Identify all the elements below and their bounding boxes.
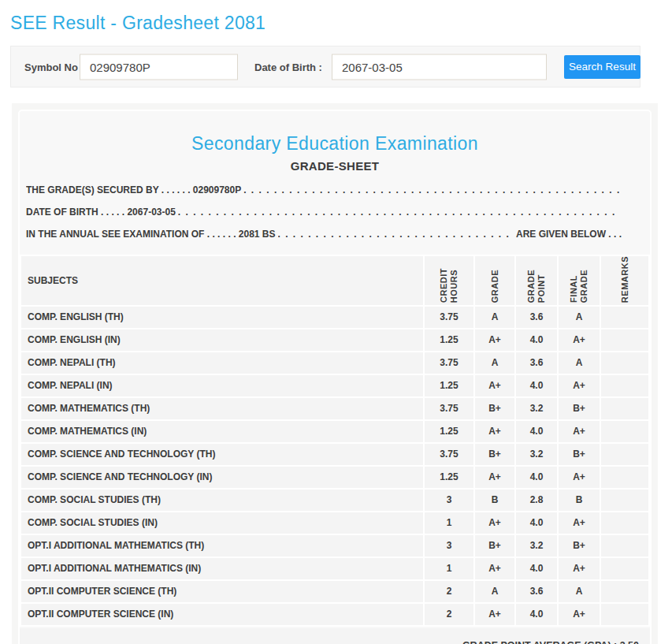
cell-final-grade: A (559, 352, 600, 374)
gradesheet-panel: Secondary Education Examination GRADE-SH… (12, 103, 658, 644)
symbol-no-input[interactable] (80, 54, 238, 80)
cell-final-grade: A+ (559, 375, 600, 396)
cell-credit-hours: 1 (425, 558, 473, 579)
cell-credit-hours: 3.75 (425, 444, 473, 465)
cell-remarks (601, 329, 648, 351)
cell-grade: A+ (475, 558, 514, 579)
col-header-word: CREDIT (439, 268, 449, 303)
info-line-text: IN THE ANNUAL SEE EXAMINATION OF . . . .… (26, 229, 276, 240)
cell-credit-hours: 1 (425, 512, 473, 534)
subject-cell: OPT.II COMPUTER SCIENCE (IN) (21, 604, 423, 625)
cell-grade-point: 4.0 (516, 375, 557, 396)
table-row: OPT.I ADDITIONAL MATHEMATICS (IN)1A+4.0A… (21, 558, 648, 579)
cell-remarks (601, 307, 648, 328)
cell-credit-hours: 3.75 (425, 398, 473, 419)
cell-grade-point: 3.2 (516, 398, 557, 419)
col-header-word: FINAL (569, 275, 579, 303)
cell-remarks (601, 444, 648, 465)
cell-remarks (601, 558, 648, 579)
table-row: COMP. ENGLISH (IN)1.25A+4.0A+ (21, 329, 648, 351)
gpa-text: GRADE POINT AVERAGE (GPA) : 3.50 (462, 640, 639, 644)
table-row: COMP. MATHEMATICS (IN)1.25A+4.0A+ (21, 421, 648, 442)
cell-grade: A+ (475, 467, 514, 488)
cell-grade: A+ (475, 512, 514, 534)
cell-grade-point: 4.0 (516, 421, 557, 442)
subject-cell: OPT.I ADDITIONAL MATHEMATICS (TH) (21, 535, 423, 557)
symbol-no-label: Symbol No : (24, 61, 84, 73)
cell-credit-hours: 3.75 (425, 307, 473, 328)
subject-cell: COMP. SOCIAL STUDIES (TH) (21, 490, 423, 511)
cell-remarks (601, 421, 648, 442)
cell-remarks (601, 352, 648, 374)
table-row: COMP. NEPALI (IN)1.25A+4.0A+ (21, 375, 648, 396)
search-bar: Symbol No : Date of Birth : Search Resul… (10, 46, 640, 87)
subject-cell: COMP. SCIENCE AND TECHNOLOGY (IN) (21, 467, 423, 488)
cell-remarks (601, 535, 648, 557)
subject-cell: OPT.II COMPUTER SCIENCE (TH) (21, 581, 423, 602)
dots-filler: . . . . . . . . . . . . . . . . . . . . … (278, 229, 514, 240)
col-header-word: REMARKS (620, 256, 630, 303)
table-row: COMP. SCIENCE AND TECHNOLOGY (TH)3.75B+3… (21, 444, 648, 465)
info-line-tail: ARE GIVEN BELOW . . . (516, 229, 622, 240)
cell-credit-hours: 2 (425, 581, 473, 602)
cell-credit-hours: 1.25 (425, 329, 473, 351)
page-title: SEE Result - Gradesheet 2081 (10, 13, 265, 34)
cell-final-grade: A+ (559, 467, 600, 488)
cell-final-grade: A+ (559, 604, 600, 625)
cell-grade: B+ (475, 444, 514, 465)
cell-grade: A+ (475, 421, 514, 442)
cell-grade-point: 3.6 (516, 352, 557, 374)
subject-cell: COMP. SCIENCE AND TECHNOLOGY (TH) (21, 444, 423, 465)
cell-remarks (601, 512, 648, 534)
cell-final-grade: A+ (559, 558, 600, 579)
col-header-word: GRADE (579, 270, 589, 303)
date-of-birth-label: Date of Birth : (254, 61, 322, 73)
col-header-word: HOURS (449, 270, 459, 303)
cell-remarks (601, 581, 648, 602)
col-header-grade: GRADE (475, 256, 514, 305)
col-header-word: GRADE (490, 270, 500, 303)
cell-grade-point: 4.0 (516, 329, 557, 351)
info-line-text: THE GRADE(S) SECURED BY . . . . . . 0290… (26, 184, 241, 195)
cell-remarks (601, 467, 648, 488)
table-row: COMP. SOCIAL STUDIES (IN)1A+4.0A+ (21, 512, 648, 534)
table-row: COMP. SOCIAL STUDIES (TH)3B2.8B (21, 490, 648, 511)
table-row: OPT.I ADDITIONAL MATHEMATICS (TH)3B+3.2B… (21, 535, 648, 557)
info-line-2: DATE OF BIRTH . . . . . 2067-03-05. . . … (26, 201, 622, 223)
info-line-1: THE GRADE(S) SECURED BY . . . . . . 0290… (26, 179, 622, 201)
cell-grade: B (475, 490, 514, 511)
subject-cell: COMP. ENGLISH (IN) (21, 329, 423, 351)
cell-grade-point: 4.0 (516, 467, 557, 488)
gradesheet-table-head: SUBJECTSCREDITHOURSGRADEGRADEPOINTFINALG… (21, 256, 648, 305)
cell-remarks (601, 375, 648, 396)
cell-grade-point: 4.0 (516, 512, 557, 534)
cell-credit-hours: 1.25 (425, 375, 473, 396)
cell-final-grade: B+ (559, 444, 600, 465)
cell-remarks (601, 604, 648, 625)
cell-grade-point: 3.6 (516, 307, 557, 328)
info-lines: THE GRADE(S) SECURED BY . . . . . . 0290… (26, 179, 622, 245)
cell-final-grade: A (559, 581, 600, 602)
cell-final-grade: B+ (559, 535, 600, 557)
gpa-footer: GRADE POINT AVERAGE (GPA) : 3.50 (20, 628, 650, 644)
cell-remarks (601, 490, 648, 511)
cell-final-grade: A+ (559, 421, 600, 442)
col-header-word: POINT (536, 274, 547, 303)
cell-grade: B+ (475, 398, 514, 419)
cell-grade-point: 3.2 (516, 535, 557, 557)
table-row: COMP. ENGLISH (TH)3.75A3.6A (21, 307, 648, 328)
info-line-3: IN THE ANNUAL SEE EXAMINATION OF . . . .… (26, 223, 622, 245)
cell-grade-point: 3.2 (516, 444, 557, 465)
cell-credit-hours: 3 (425, 490, 473, 511)
col-header-word: GRADE (526, 270, 536, 303)
table-row: OPT.II COMPUTER SCIENCE (TH)2A3.6A (21, 581, 648, 602)
cell-grade-point: 3.6 (516, 581, 557, 602)
search-result-button[interactable]: Search Result (564, 55, 640, 79)
subject-cell: OPT.I ADDITIONAL MATHEMATICS (IN) (21, 558, 423, 579)
dots-filler: . . . . . . . . . . . . . . . . . . . . … (178, 207, 619, 218)
date-of-birth-input[interactable] (332, 54, 547, 80)
table-row: OPT.II COMPUTER SCIENCE (IN)2A+4.0A+ (21, 604, 648, 625)
cell-remarks (601, 398, 648, 419)
subject-cell: COMP. NEPALI (TH) (21, 352, 423, 374)
cell-grade-point: 4.0 (516, 558, 557, 579)
